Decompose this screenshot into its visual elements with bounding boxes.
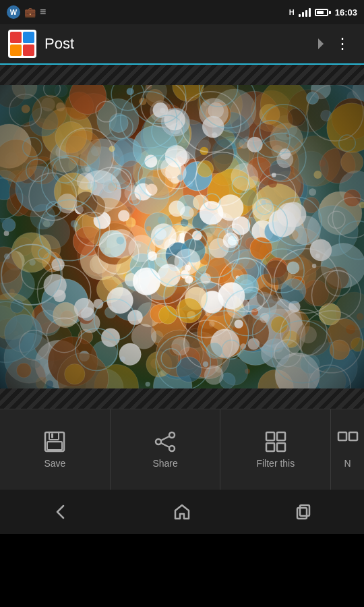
svg-rect-9 xyxy=(266,432,274,440)
svg-rect-13 xyxy=(338,432,346,440)
logo-cell-4 xyxy=(23,45,34,56)
svg-rect-1 xyxy=(49,432,59,440)
svg-rect-10 xyxy=(277,432,285,440)
triangle-indicator xyxy=(318,38,324,49)
svg-point-5 xyxy=(156,439,161,444)
svg-rect-2 xyxy=(47,442,62,450)
status-bar: W 💼 ≡ H 16:03 xyxy=(0,0,364,24)
next-icon xyxy=(337,431,359,453)
svg-rect-15 xyxy=(297,508,307,519)
share-button[interactable]: Share xyxy=(111,409,221,490)
app-logo xyxy=(8,30,36,58)
save-label: Save xyxy=(44,458,65,469)
floppy-icon xyxy=(44,431,65,453)
svg-rect-11 xyxy=(266,443,274,451)
filter-grid-icon xyxy=(265,431,286,453)
art-canvas xyxy=(0,85,364,388)
battery-icon xyxy=(315,9,331,16)
back-icon xyxy=(51,502,70,521)
signal-bars xyxy=(299,7,311,17)
save-button[interactable]: Save xyxy=(0,409,111,490)
svg-rect-3 xyxy=(51,433,53,438)
page-title: Post xyxy=(44,35,330,53)
toolbar: Post ⋮ xyxy=(0,24,364,65)
top-stripe-band xyxy=(0,65,364,85)
recents-button[interactable] xyxy=(280,495,327,529)
briefcase-icon: 💼 xyxy=(24,7,36,18)
h-indicator: H xyxy=(289,8,295,16)
logo-cell-1 xyxy=(10,32,22,43)
svg-line-8 xyxy=(161,443,169,447)
svg-point-6 xyxy=(169,446,175,451)
filter-button[interactable]: Filter this xyxy=(220,409,331,490)
time-display: 16:03 xyxy=(335,7,357,18)
action-bar: Save Share Filter this N xyxy=(0,409,364,490)
svg-point-4 xyxy=(169,432,175,438)
overflow-menu-button[interactable]: ⋮ xyxy=(330,30,356,58)
bars-icon: ≡ xyxy=(40,6,46,18)
home-button[interactable] xyxy=(158,495,206,529)
svg-line-7 xyxy=(161,436,169,440)
status-right-icons: H 16:03 xyxy=(289,7,357,18)
logo-cell-2 xyxy=(23,32,34,43)
image-area xyxy=(0,85,364,388)
status-left-icons: W 💼 ≡ xyxy=(7,5,46,19)
svg-rect-12 xyxy=(277,443,285,451)
recents-icon xyxy=(294,502,313,521)
bottom-stripe-band xyxy=(0,388,364,409)
next-label: N xyxy=(344,458,351,469)
svg-rect-14 xyxy=(349,432,357,440)
filter-label: Filter this xyxy=(256,458,295,469)
share-icon xyxy=(154,431,176,453)
back-button[interactable] xyxy=(37,495,84,529)
next-button[interactable]: N xyxy=(331,409,364,490)
svg-rect-16 xyxy=(300,505,309,516)
share-label: Share xyxy=(152,458,177,469)
w-icon: W xyxy=(7,5,20,19)
nav-bar xyxy=(0,490,364,534)
home-icon xyxy=(173,502,191,521)
logo-cell-3 xyxy=(10,45,22,56)
